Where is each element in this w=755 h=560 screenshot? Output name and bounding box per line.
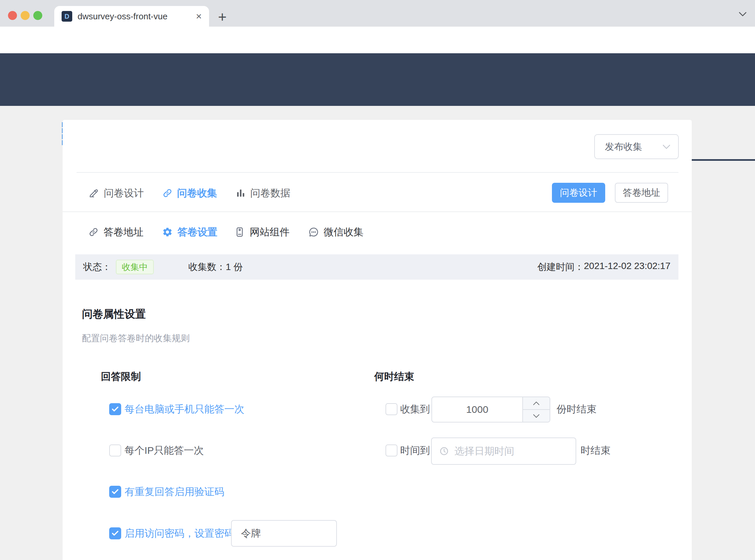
link-icon xyxy=(162,188,173,198)
collect-count-stepper xyxy=(431,397,550,422)
gear-icon xyxy=(162,227,173,237)
collect-suffix-label: 份时结束 xyxy=(557,403,596,416)
option-one-per-ip[interactable]: 每个IP只能答一次 xyxy=(124,444,204,457)
traffic-light-close[interactable] xyxy=(8,11,17,20)
section-subtitle: 配置问卷答卷时的收集规则 xyxy=(82,332,190,344)
clock-icon xyxy=(439,446,449,456)
check-icon xyxy=(111,488,119,496)
tab-survey-collect[interactable]: 问卷收集 xyxy=(162,185,217,201)
link-icon xyxy=(88,227,99,237)
divider xyxy=(77,172,678,173)
survey-design-button[interactable]: 问卷设计 xyxy=(552,183,605,203)
new-tab-button[interactable]: + xyxy=(218,9,227,25)
browser-toolbar: localhost:8083/#/dw/survey/c/attr/c98fa1… xyxy=(0,27,755,53)
checkbox-collect-to[interactable] xyxy=(386,403,397,415)
option-captcha-on-repeat[interactable]: 有重复回答启用验证码 xyxy=(124,485,224,498)
tab-label: 问卷数据 xyxy=(250,186,290,200)
count-value: 1 份 xyxy=(226,261,243,273)
status-badge: 收集中 xyxy=(116,260,154,274)
browser-tab[interactable]: D dwsurvey-oss-front-vue × xyxy=(54,6,209,27)
checkbox-one-per-device[interactable] xyxy=(109,403,121,415)
tab-search-chevron-icon[interactable] xyxy=(738,11,747,17)
section-title: 问卷属性设置 xyxy=(82,307,146,322)
tab-label: 网站组件 xyxy=(250,225,290,239)
end-condition-heading: 何时结束 xyxy=(374,370,414,383)
traffic-light-minimize[interactable] xyxy=(21,11,29,20)
pencil-icon xyxy=(88,187,100,199)
checkbox-captcha-on-repeat[interactable] xyxy=(109,486,121,498)
publish-collect-select[interactable]: 发布收集 xyxy=(594,134,679,159)
app-navbar: DIAOWEN 调问 OSS 我的问卷 个人中心 用户管理 service@di… xyxy=(0,53,755,106)
chevron-up-icon xyxy=(533,401,540,405)
created-label: 创建时间： xyxy=(537,261,584,273)
status-label: 状态： xyxy=(83,261,111,273)
checkbox-one-per-ip[interactable] xyxy=(109,444,121,457)
checkbox-time-to[interactable] xyxy=(386,444,397,457)
tab-label: 问卷设计 xyxy=(104,186,144,200)
tab-close-icon[interactable]: × xyxy=(196,11,202,21)
tab-survey-design[interactable]: 问卷设计 xyxy=(88,185,144,201)
publish-collect-label: 发布收集 xyxy=(605,140,642,153)
tab-answer-url[interactable]: 答卷地址 xyxy=(88,223,143,241)
stepper-increase-button[interactable] xyxy=(523,397,550,410)
checkbox-access-password[interactable] xyxy=(109,527,121,539)
created-value: 2021-12-02 23:02:17 xyxy=(584,261,670,273)
tab-label: 答卷设置 xyxy=(178,225,217,239)
survey-card: aweee 发布收集 问卷设计 问卷收集 问卷数据 问卷设计 答卷地址 答卷地址 xyxy=(63,120,692,560)
tab-label: 微信收集 xyxy=(324,225,364,239)
widget-icon xyxy=(234,227,245,237)
option-collect-to[interactable]: 收集到 xyxy=(400,403,430,416)
end-datetime-input[interactable] xyxy=(454,445,554,457)
tab-label: 问卷收集 xyxy=(177,186,217,200)
option-access-password[interactable]: 启用访问密码，设置密码 xyxy=(124,527,234,540)
chevron-down-icon xyxy=(533,414,540,418)
collect-count-input[interactable] xyxy=(432,397,522,422)
password-input[interactable] xyxy=(231,520,337,547)
answer-limit-heading: 回答限制 xyxy=(101,370,141,383)
traffic-light-zoom[interactable] xyxy=(33,11,42,20)
check-icon xyxy=(111,405,119,413)
option-time-to[interactable]: 时间到 xyxy=(400,444,430,457)
tab-answer-settings[interactable]: 答卷设置 xyxy=(162,223,217,241)
browser-tab-strip: D dwsurvey-oss-front-vue × + xyxy=(0,0,755,27)
divider xyxy=(63,212,692,212)
count-label: 收集数： xyxy=(188,261,226,273)
tab-label: 答卷地址 xyxy=(104,225,143,239)
answer-url-button[interactable]: 答卷地址 xyxy=(615,183,668,203)
end-datetime-picker[interactable] xyxy=(431,438,576,465)
option-one-per-device[interactable]: 每台电脑或手机只能答一次 xyxy=(124,403,244,416)
status-bar: 状态： 收集中 收集数： 1 份 创建时间： 2021-12-02 23:02:… xyxy=(75,254,678,280)
stepper-decrease-button[interactable] xyxy=(523,410,550,422)
chat-bubble-icon xyxy=(308,227,319,237)
tab-survey-data[interactable]: 问卷数据 xyxy=(236,185,290,201)
tab-website-widget[interactable]: 网站组件 xyxy=(234,223,290,241)
check-icon xyxy=(111,529,119,537)
bar-chart-icon xyxy=(236,188,246,198)
time-suffix-label: 时结束 xyxy=(580,444,611,457)
chevron-down-icon xyxy=(662,144,671,149)
tab-wechat-collect[interactable]: 微信收集 xyxy=(308,223,364,241)
favicon-icon: D xyxy=(62,11,72,22)
tab-title: dwsurvey-oss-front-vue xyxy=(78,11,192,22)
